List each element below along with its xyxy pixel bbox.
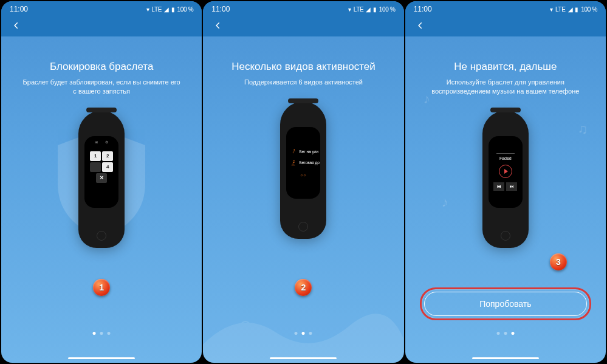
step-badge-1: 1 xyxy=(93,279,110,296)
svg-point-3 xyxy=(304,174,306,176)
status-time: 11:00 xyxy=(211,5,230,13)
page-indicator xyxy=(496,332,514,335)
network-label: LTE xyxy=(555,6,566,13)
keypad-1: 1 xyxy=(90,151,101,161)
content-area: Не нравится, дальше Используйте браслет … xyxy=(405,36,606,363)
dot-1[interactable] xyxy=(295,332,298,335)
network-label: LTE xyxy=(354,6,364,13)
activity-more xyxy=(289,168,318,179)
svg-point-5 xyxy=(363,317,371,324)
play-button xyxy=(499,165,512,178)
band-home-button xyxy=(501,231,510,241)
music-note-icon: ♫ xyxy=(577,122,588,137)
page-title: Несколько видов активностей xyxy=(231,61,375,73)
cta-highlight: Попробовать xyxy=(420,287,591,320)
dot-3[interactable] xyxy=(108,332,111,335)
battery-label: 100 % xyxy=(379,6,396,13)
status-indicators: ▾ LTE ◢ ▮ 100 % xyxy=(348,6,396,13)
signal-icon: ◢ xyxy=(164,6,169,13)
battery-label: 100 % xyxy=(581,6,597,13)
content-area: Блокировка браслета Браслет будет заблок… xyxy=(1,36,202,363)
running-icon xyxy=(290,149,297,155)
wifi-icon: ▾ xyxy=(146,6,149,13)
next-track-button: ⏭ xyxy=(506,182,517,191)
nav-handle[interactable] xyxy=(68,357,135,359)
band-illustration: Faded ⏮ ⏭ xyxy=(466,111,545,250)
prev-track-button: ⏮ xyxy=(493,182,504,191)
keypad-2: 2 xyxy=(102,151,113,161)
status-bar: 11:00 ▾ LTE ◢ ▮ 100 % xyxy=(1,1,202,15)
battery-icon: ▮ xyxy=(171,6,175,13)
music-note-icon: ♪ xyxy=(424,91,430,107)
app-bar xyxy=(405,15,606,36)
svg-point-2 xyxy=(301,174,303,176)
music-note-icon: ♪ xyxy=(442,194,448,210)
page-title: Блокировка браслета xyxy=(50,61,153,73)
app-bar xyxy=(1,15,202,36)
band-home-button xyxy=(298,222,308,232)
dot-2[interactable] xyxy=(302,332,305,335)
app-bar xyxy=(203,15,403,36)
band-illustration: Бег на ули Беговая до xyxy=(264,101,343,241)
page-subtitle: Браслет будет заблокирован, если вы сним… xyxy=(16,78,187,96)
battery-icon: ▮ xyxy=(373,6,377,13)
dot-3[interactable] xyxy=(309,332,312,335)
step-badge-3: 3 xyxy=(550,253,567,270)
onboarding-screen-1: 11:00 ▾ LTE ◢ ▮ 100 % Блокировка браслет… xyxy=(1,1,202,363)
status-bar: 11:00 ▾ LTE ◢ ▮ 100 % xyxy=(203,1,403,15)
wifi-icon: ▾ xyxy=(550,6,553,13)
cycling-icon xyxy=(300,171,306,177)
page-title: Не нравится, дальше xyxy=(454,61,557,73)
band-illustration: ⊞⚙ 1 2 4 ✕ xyxy=(62,111,141,250)
page-indicator xyxy=(93,332,111,335)
battery-label: 100 % xyxy=(177,6,193,13)
svg-point-4 xyxy=(241,321,250,331)
signal-icon: ◢ xyxy=(568,6,573,13)
signal-icon: ◢ xyxy=(366,6,371,13)
svg-point-0 xyxy=(294,149,295,151)
onboarding-screen-2: 11:00 ▾ LTE ◢ ▮ 100 % Несколько видов ак… xyxy=(203,1,403,363)
dot-3[interactable] xyxy=(511,332,514,335)
svg-point-1 xyxy=(293,160,295,162)
band-music-screen: Faded ⏮ ⏭ xyxy=(489,136,523,208)
keypad-4: 4 xyxy=(102,162,113,172)
try-button[interactable]: Попробовать xyxy=(424,292,587,316)
content-area: Несколько видов активностей Поддерживает… xyxy=(203,36,403,363)
band-device: Faded ⏮ ⏭ xyxy=(482,111,529,248)
treadmill-icon xyxy=(290,160,297,166)
activity-run-outdoor: Бег на ули xyxy=(289,146,318,157)
music-controls: ⏮ ⏭ xyxy=(493,182,517,191)
status-indicators: ▾ LTE ◢ ▮ 100 % xyxy=(146,6,194,13)
divider xyxy=(496,153,515,154)
activity-treadmill: Беговая до xyxy=(289,157,318,168)
step-badge-2: 2 xyxy=(295,279,312,296)
status-indicators: ▾ LTE ◢ ▮ 100 % xyxy=(550,6,597,13)
page-subtitle: Поддерживается 6 видов активностей xyxy=(239,78,368,87)
nav-handle[interactable] xyxy=(270,357,337,359)
back-button[interactable] xyxy=(414,19,427,32)
page-subtitle: Используйте браслет для управления воспр… xyxy=(420,78,591,96)
onboarding-screen-3: 11:00 ▾ LTE ◢ ▮ 100 % Не нравится, дальш… xyxy=(405,1,606,363)
status-time: 11:00 xyxy=(414,5,432,13)
status-bar: 11:00 ▾ LTE ◢ ▮ 100 % xyxy=(405,1,606,15)
dot-2[interactable] xyxy=(504,332,507,335)
dot-1[interactable] xyxy=(496,332,499,335)
band-device: ⊞⚙ 1 2 4 ✕ xyxy=(78,111,125,248)
page-indicator xyxy=(295,332,312,335)
band-top-icons: ⊞⚙ xyxy=(95,140,108,144)
play-icon xyxy=(504,169,508,174)
status-time: 11:00 xyxy=(10,5,28,13)
back-button[interactable] xyxy=(211,19,225,32)
battery-icon: ▮ xyxy=(575,6,578,13)
keypad-delete: ✕ xyxy=(96,173,107,183)
band-keypad: 1 2 4 ✕ xyxy=(90,151,113,183)
band-home-button xyxy=(97,231,106,241)
track-name: Faded xyxy=(499,156,512,160)
dot-2[interactable] xyxy=(100,332,103,335)
nav-handle[interactable] xyxy=(472,357,539,359)
network-label: LTE xyxy=(151,6,162,13)
band-activity-screen: Бег на ули Беговая до xyxy=(286,127,320,199)
back-button[interactable] xyxy=(10,19,23,32)
dot-1[interactable] xyxy=(93,332,96,335)
band-lock-screen: ⊞⚙ 1 2 4 ✕ xyxy=(84,136,118,208)
